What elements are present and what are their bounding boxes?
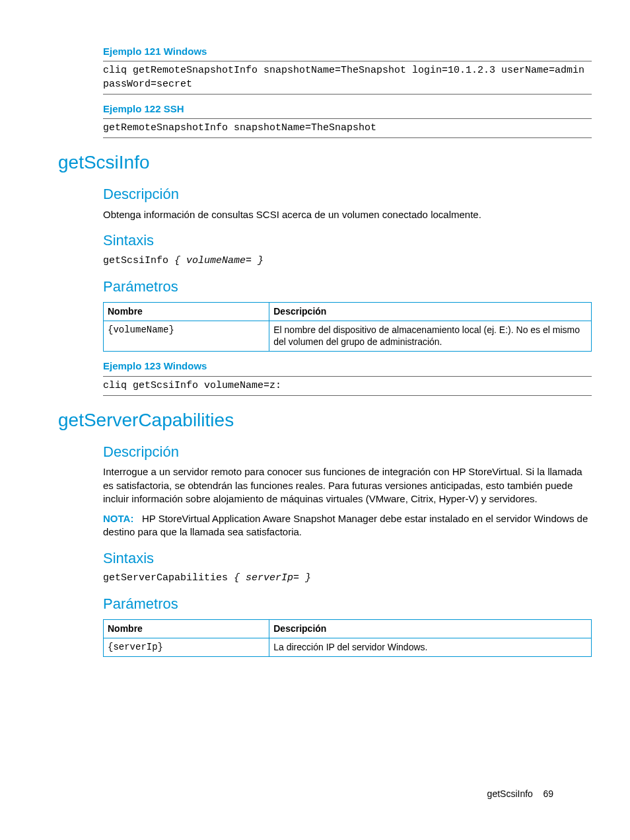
syntax-param: { volumeName= } <box>174 255 263 266</box>
footer-page-number: 69 <box>543 788 553 799</box>
section-getscsiinfo-title: getScsiInfo <box>58 150 592 175</box>
col-desc: Descripción <box>269 620 592 638</box>
cell-desc: El nombre del dispositivo de almacenamie… <box>269 321 592 352</box>
table-header-row: Nombre Descripción <box>104 620 592 638</box>
table-row: {serverIp} La dirección IP del servidor … <box>104 638 592 657</box>
gsc-syntax-line: getServerCapabilities { serverIp= } <box>103 572 592 585</box>
col-desc: Descripción <box>269 302 592 321</box>
table-header-row: Nombre Descripción <box>104 302 592 321</box>
gsc-desc-text: Interrogue a un servidor remoto para con… <box>103 465 592 506</box>
syntax-cmd: getServerCapabilities <box>103 572 228 584</box>
getservercapabilities-body: Descripción Interrogue a un servidor rem… <box>103 442 592 657</box>
gsc-nota: NOTA: HP StoreVirtual Application Aware … <box>103 512 592 539</box>
gsc-params-heading: Parámetros <box>103 594 592 614</box>
cell-name: {serverIp} <box>104 638 269 657</box>
example-122-code: getRemoteSnapshotInfo snapshotName=TheSn… <box>103 118 592 138</box>
gsc-syntax-heading: Sintaxis <box>103 549 592 568</box>
example-122-title: Ejemplo 122 SSH <box>103 102 592 116</box>
nota-text: HP StoreVirtual Application Aware Snapsh… <box>103 513 588 537</box>
document-page: Ejemplo 121 Windows cliq getRemoteSnapsh… <box>58 45 592 828</box>
getscsiinfo-params-table: Nombre Descripción {volumeName} El nombr… <box>103 302 592 352</box>
getscsiinfo-desc-heading: Descripción <box>103 184 592 204</box>
gsc-params-table: Nombre Descripción {serverIp} La direcci… <box>103 619 592 657</box>
syntax-cmd: getScsiInfo <box>103 255 168 266</box>
example-121-block: Ejemplo 121 Windows cliq getRemoteSnapsh… <box>103 45 592 138</box>
footer-section: getScsiInfo <box>487 788 533 799</box>
example-123-code: cliq getScsiInfo volumeName=z: <box>103 376 592 396</box>
cell-name: {volumeName} <box>104 321 269 352</box>
section-getservercapabilities-title: getServerCapabilities <box>58 408 592 433</box>
getscsiinfo-body: Descripción Obtenga información de consu… <box>103 184 592 396</box>
col-name: Nombre <box>104 620 269 638</box>
page-footer: getScsiInfo 69 <box>487 788 553 800</box>
table-row: {volumeName} El nombre del dispositivo d… <box>104 321 592 352</box>
col-name: Nombre <box>104 302 269 321</box>
example-123-title: Ejemplo 123 Windows <box>103 360 592 373</box>
nota-label: NOTA: <box>103 513 133 524</box>
cell-desc: La dirección IP del servidor Windows. <box>269 638 592 657</box>
example-121-title: Ejemplo 121 Windows <box>103 45 592 58</box>
getscsiinfo-desc-text: Obtenga información de consultas SCSI ac… <box>103 208 592 221</box>
getscsiinfo-params-heading: Parámetros <box>103 277 592 297</box>
getscsiinfo-syntax-line: getScsiInfo { volumeName= } <box>103 254 592 268</box>
getscsiinfo-syntax-heading: Sintaxis <box>103 231 592 250</box>
example-121-code: cliq getRemoteSnapshotInfo snapshotName=… <box>103 61 592 95</box>
gsc-desc-heading: Descripción <box>103 442 592 462</box>
syntax-param: { serverIp= } <box>234 572 311 584</box>
